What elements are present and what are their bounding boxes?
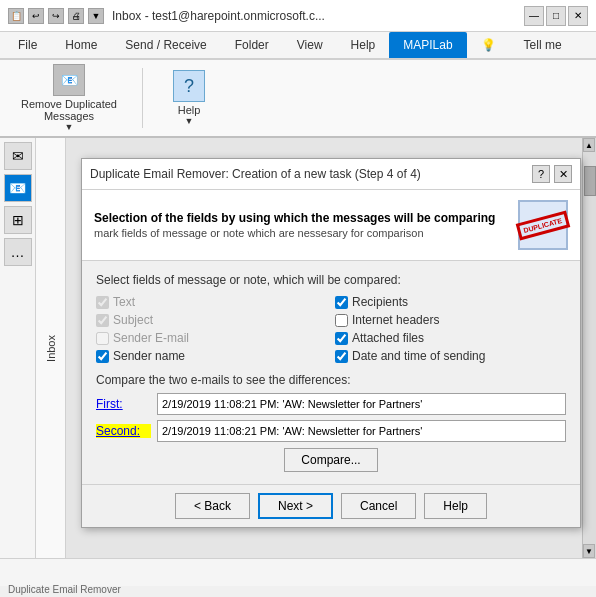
checkbox-sender-name-input[interactable] <box>96 350 109 363</box>
tab-lightbulb[interactable]: 💡 <box>467 32 510 58</box>
checkbox-recipients-label: Recipients <box>352 295 408 309</box>
help-btn-label: Help <box>178 104 201 116</box>
stamp-text: DUPLICATE <box>516 210 570 240</box>
checkbox-sender-email-input[interactable] <box>96 332 109 345</box>
checkbox-sender-name-label: Sender name <box>113 349 185 363</box>
dialog-titlebar: Duplicate Email Remover: Creation of a n… <box>82 159 580 190</box>
section1-label: Select fields of message or note, which … <box>96 273 566 287</box>
tab-mapilab[interactable]: MAPILab <box>389 32 466 58</box>
dialog-header-stamp-icon: DUPLICATE <box>518 200 568 250</box>
checkbox-subject: Subject <box>96 313 327 327</box>
compare-button[interactable]: Compare... <box>284 448 377 472</box>
dialog-header-text: Selection of the fields by using which t… <box>94 211 508 239</box>
ribbon-content: 📧 Remove DuplicatedMessages ▼ ? Help ▼ D… <box>0 60 596 138</box>
ribbon-separator <box>142 68 143 128</box>
back-button[interactable]: < Back <box>175 493 250 519</box>
checkbox-date: Date and time of sending <box>335 349 566 363</box>
checkbox-recipients-input[interactable] <box>335 296 348 309</box>
next-button[interactable]: Next > <box>258 493 333 519</box>
checkbox-subject-label: Subject <box>113 313 153 327</box>
minimize-button[interactable]: — <box>524 6 544 26</box>
tab-view[interactable]: View <box>283 32 337 58</box>
second-email-input[interactable] <box>157 420 566 442</box>
checkbox-text-label: Text <box>113 295 135 309</box>
dialog: Duplicate Email Remover: Creation of a n… <box>81 158 581 528</box>
compare-row-second: Second: <box>96 420 566 442</box>
nav-inbox-icon[interactable]: 📧 <box>4 174 32 202</box>
checkbox-subject-input[interactable] <box>96 314 109 327</box>
nav-more-icon[interactable]: … <box>4 238 32 266</box>
checkbox-text-input[interactable] <box>96 296 109 309</box>
compare-row-first: First: <box>96 393 566 415</box>
checkbox-internet-headers-label: Internet headers <box>352 313 439 327</box>
tab-send-receive[interactable]: Send / Receive <box>111 32 220 58</box>
checkbox-sender-email-label: Sender E-mail <box>113 331 189 345</box>
ribbon-group-help: ? Help ▼ <box>159 65 219 131</box>
dialog-title: Duplicate Email Remover: Creation of a n… <box>90 167 421 181</box>
maximize-button[interactable]: □ <box>546 6 566 26</box>
cancel-button[interactable]: Cancel <box>341 493 416 519</box>
tab-home[interactable]: Home <box>51 32 111 58</box>
tab-folder[interactable]: Folder <box>221 32 283 58</box>
checkbox-sender-name: Sender name <box>96 349 327 363</box>
checkbox-internet-headers: Internet headers <box>335 313 566 327</box>
title-bar: 📋 ↩ ↪ 🖨 ▼ Inbox - test1@harepoint.onmicr… <box>0 0 596 32</box>
redo-icon[interactable]: ↪ <box>48 8 64 24</box>
dialog-header-subtitle: mark fields of message or note which are… <box>94 227 508 239</box>
undo-icon[interactable]: ↩ <box>28 8 44 24</box>
help-ribbon-icon: ? <box>173 70 205 102</box>
checkbox-date-input[interactable] <box>335 350 348 363</box>
dialog-help-icon[interactable]: ? <box>532 165 550 183</box>
nav-calendar-icon[interactable]: ⊞ <box>4 206 32 234</box>
dialog-body: Select fields of message or note, which … <box>82 261 580 484</box>
window-title: Inbox - test1@harepoint.onmicrosoft.c... <box>112 9 524 23</box>
checkbox-recipients: Recipients <box>335 295 566 309</box>
dialog-close-button[interactable]: ✕ <box>554 165 572 183</box>
tab-tell-me[interactable]: Tell me <box>510 32 576 58</box>
remove-btn-label: Remove DuplicatedMessages <box>21 98 117 122</box>
ribbon-tabs: File Home Send / Receive Folder View Hel… <box>0 32 596 60</box>
checkbox-internet-headers-input[interactable] <box>335 314 348 327</box>
dialog-title-buttons: ? ✕ <box>532 165 572 183</box>
dialog-header-title: Selection of the fields by using which t… <box>94 211 508 225</box>
checkbox-sender-email: Sender E-mail <box>96 331 327 345</box>
dialog-overlay: Duplicate Email Remover: Creation of a n… <box>66 138 596 558</box>
checkbox-text: Text <box>96 295 327 309</box>
help-btn-arrow: ▼ <box>185 116 194 126</box>
tab-file[interactable]: File <box>4 32 51 58</box>
sidebar-label: Inbox <box>45 335 57 362</box>
print-icon[interactable]: 🖨 <box>68 8 84 24</box>
dialog-footer: < Back Next > Cancel Help <box>82 484 580 527</box>
remove-duplicated-icon: 📧 <box>53 64 85 96</box>
ribbon-group-label: Duplicate Email Remover <box>8 584 121 595</box>
sidebar-panel: Inbox <box>36 138 66 558</box>
nav-mail-icon[interactable]: ✉ <box>4 142 32 170</box>
nav-icons: ✉ 📧 ⊞ … <box>0 138 36 558</box>
tab-help[interactable]: Help <box>337 32 390 58</box>
checkbox-date-label: Date and time of sending <box>352 349 485 363</box>
window-controls: — □ ✕ <box>524 6 588 26</box>
checkbox-grid: Text Recipients Subject <box>96 295 566 363</box>
checkbox-attached-files: Attached files <box>335 331 566 345</box>
ribbon: File Home Send / Receive Folder View Hel… <box>0 32 596 138</box>
status-bar <box>0 558 596 586</box>
remove-duplicated-messages-button[interactable]: 📧 Remove DuplicatedMessages ▼ <box>12 59 126 137</box>
first-email-link[interactable]: First: <box>96 397 151 411</box>
close-button[interactable]: ✕ <box>568 6 588 26</box>
ribbon-group-remove: 📧 Remove DuplicatedMessages ▼ <box>12 59 126 137</box>
checkbox-attached-files-input[interactable] <box>335 332 348 345</box>
help-ribbon-button[interactable]: ? Help ▼ <box>159 65 219 131</box>
remove-btn-arrow: ▼ <box>65 122 74 132</box>
outlook-body: ✉ 📧 ⊞ … Inbox ▲ ▼ Duplicate Email Remove… <box>0 138 596 558</box>
section2-label: Compare the two e-mails to see the diffe… <box>96 373 566 387</box>
first-email-input[interactable] <box>157 393 566 415</box>
dialog-header: Selection of the fields by using which t… <box>82 190 580 261</box>
checkbox-attached-files-label: Attached files <box>352 331 424 345</box>
second-email-link[interactable]: Second: <box>96 424 151 438</box>
app-icon: 📋 <box>8 8 24 24</box>
main-content: ▲ ▼ Duplicate Email Remover: Creation of… <box>66 138 596 558</box>
help-footer-button[interactable]: Help <box>424 493 487 519</box>
customize-icon[interactable]: ▼ <box>88 8 104 24</box>
title-bar-icons: 📋 ↩ ↪ 🖨 ▼ <box>8 8 104 24</box>
